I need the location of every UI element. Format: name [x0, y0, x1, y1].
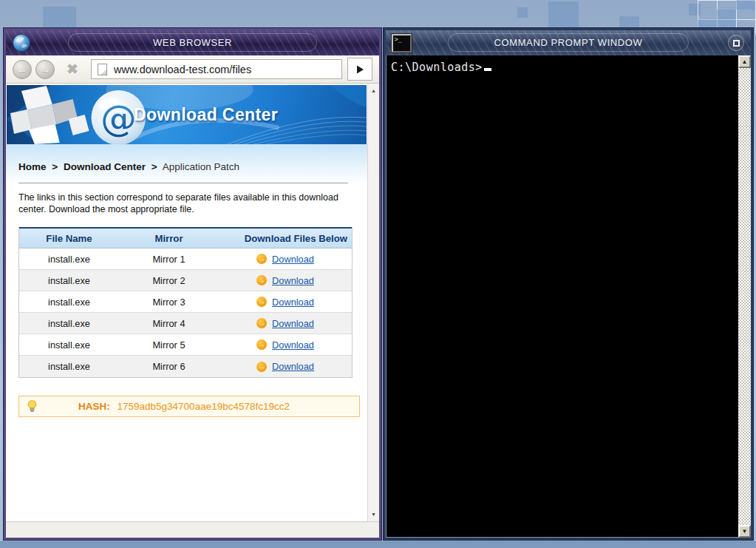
table-row: install.exe Mirror 3 → Download: [19, 291, 352, 313]
forward-button[interactable]: →: [35, 60, 55, 79]
desktop-deco-square: [517, 7, 528, 18]
page-icon: [98, 64, 107, 75]
column-header-file-name: File Name: [19, 233, 119, 244]
webpage: @ Download Center Home > Download Center…: [6, 84, 367, 521]
download-link-mirror-4[interactable]: Download: [272, 318, 314, 329]
column-header-mirror: Mirror: [119, 233, 219, 244]
download-link-mirror-3[interactable]: Download: [272, 297, 314, 308]
browser-statusbar: [6, 521, 379, 538]
download-arrow-icon: →: [256, 339, 267, 350]
terminal-scrollbar[interactable]: ▲ ▼: [738, 55, 751, 538]
table-header-row: File Name Mirror Download Files Below: [19, 227, 352, 248]
hash-info-box: HASH: 1759adb5g34700aae19bc4578fc19cc2: [18, 396, 360, 417]
download-cell: → Download: [219, 318, 352, 329]
browser-window: WEB BROWSER ← → ✖: [4, 28, 381, 540]
table-row: install.exe Mirror 4 → Download: [19, 313, 352, 334]
table-row: install.exe Mirror 1 → Download: [19, 248, 352, 270]
mirror-cell: Mirror 2: [119, 275, 219, 286]
download-cell: → Download: [219, 361, 352, 372]
terminal-output[interactable]: C:\Downloads>: [386, 55, 738, 538]
mirror-cell: Mirror 3: [119, 297, 219, 308]
download-arrow-icon: →: [256, 275, 267, 285]
download-cell: → Download: [219, 297, 352, 308]
url-input[interactable]: [114, 64, 336, 75]
maximize-button[interactable]: [728, 35, 744, 51]
download-cell: → Download: [219, 339, 352, 351]
download-arrow-icon: →: [256, 254, 267, 264]
browser-window-title: WEB BROWSER: [6, 37, 379, 48]
terminal-window-title: COMMAND PROMPT WINDOW: [386, 37, 751, 48]
download-link-mirror-5[interactable]: Download: [272, 339, 314, 351]
desktop-deco-grid-cell: [717, 10, 736, 29]
download-cell: → Download: [219, 275, 352, 286]
back-icon: ←: [17, 64, 27, 75]
divider: [18, 183, 348, 183]
download-table: File Name Mirror Download Files Below in…: [18, 227, 353, 378]
hash-value: 1759adb5g34700aae19bc4578fc19cc2: [118, 401, 290, 412]
breadcrumb-separator: >: [151, 161, 157, 172]
download-cell: → Download: [219, 254, 352, 265]
stop-button[interactable]: ✖: [63, 60, 82, 79]
mirror-cell: Mirror 6: [119, 361, 219, 372]
breadcrumb-section-link[interactable]: Download Center: [64, 161, 146, 172]
browser-content: @ Download Center Home > Download Center…: [6, 84, 379, 521]
scroll-down-icon: ▼: [742, 529, 748, 535]
column-header-download: Download Files Below: [219, 233, 352, 244]
table-row: install.exe Mirror 5 → Download: [19, 334, 352, 356]
back-button[interactable]: ←: [13, 60, 32, 79]
hash-text: HASH: 1759adb5g34700aae19bc4578fc19cc2: [78, 401, 290, 412]
terminal-body: C:\Downloads> ▲ ▼: [386, 55, 751, 538]
browser-toolbar: ← → ✖: [6, 55, 379, 84]
desktop-deco-square: [548, 1, 579, 32]
desktop-deco-grid-cell: [736, 0, 755, 10]
scroll-up-icon[interactable]: ▲: [371, 88, 376, 93]
breadcrumb: Home > Download Center > Application Pat…: [6, 144, 367, 183]
banner-title: Download Center: [134, 105, 278, 125]
download-arrow-icon: →: [256, 297, 267, 307]
browser-titlebar[interactable]: WEB BROWSER: [6, 30, 379, 55]
forward-icon: →: [40, 64, 50, 75]
go-icon: [355, 64, 365, 75]
download-link-mirror-1[interactable]: Download: [272, 254, 314, 265]
breadcrumb-current: Application Patch: [163, 161, 239, 172]
terminal-prompt: C:\Downloads>: [391, 61, 483, 74]
command-prompt-window: >_ COMMAND PROMPT WINDOW C:\Downloads> ▲…: [384, 28, 753, 540]
breadcrumb-home-link[interactable]: Home: [18, 161, 47, 172]
page-description: The links in this section correspond to …: [18, 192, 345, 215]
terminal-scroll-up-button[interactable]: ▲: [738, 55, 751, 68]
go-button[interactable]: [347, 58, 372, 81]
scroll-down-icon[interactable]: ▼: [371, 512, 376, 517]
mirror-cell: Mirror 1: [119, 254, 219, 265]
table-row: install.exe Mirror 6 → Download: [19, 356, 352, 377]
download-link-mirror-6[interactable]: Download: [272, 361, 314, 372]
bulb-icon: [27, 400, 37, 413]
terminal-titlebar[interactable]: >_ COMMAND PROMPT WINDOW: [386, 30, 751, 55]
file-name-cell: install.exe: [19, 254, 119, 265]
download-arrow-icon: →: [256, 362, 267, 372]
address-bar[interactable]: [91, 59, 342, 79]
file-name-cell: install.exe: [19, 318, 119, 329]
svg-text:@: @: [100, 97, 137, 140]
maximize-icon: [733, 40, 740, 47]
hash-label: HASH:: [78, 401, 110, 412]
mirror-cell: Mirror 4: [119, 318, 219, 329]
desktop-background: WEB BROWSER ← → ✖: [0, 0, 756, 548]
desktop-bottom-strip: [0, 541, 756, 548]
terminal-scroll-down-button[interactable]: ▼: [738, 525, 751, 538]
browser-scrollbar[interactable]: ▲ ▼: [367, 84, 379, 521]
scroll-up-icon: ▲: [742, 59, 748, 65]
download-link-mirror-2[interactable]: Download: [272, 275, 314, 286]
file-name-cell: install.exe: [19, 297, 119, 308]
terminal-scrollbar-track[interactable]: [738, 68, 751, 525]
terminal-cursor: [484, 68, 491, 71]
download-arrow-icon: →: [256, 318, 267, 328]
mirror-cell: Mirror 5: [119, 339, 219, 351]
table-row: install.exe Mirror 2 → Download: [19, 270, 352, 291]
file-name-cell: install.exe: [19, 275, 119, 286]
breadcrumb-separator: >: [52, 161, 58, 172]
file-name-cell: install.exe: [19, 361, 119, 372]
stop-icon: ✖: [67, 61, 78, 78]
download-center-banner: @ Download Center: [7, 85, 367, 144]
file-name-cell: install.exe: [19, 339, 119, 351]
